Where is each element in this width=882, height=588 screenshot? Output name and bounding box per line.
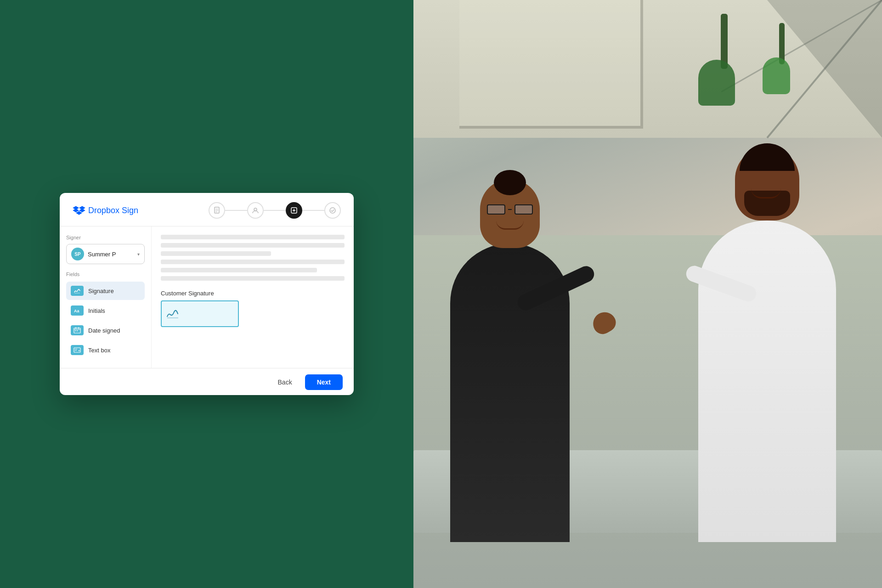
step-line-2 — [264, 210, 286, 211]
fields-label: Fields — [66, 271, 145, 277]
doc-line-2 — [161, 243, 345, 248]
window-header: Dropbox Sign — [60, 193, 354, 226]
photo-background — [413, 0, 882, 588]
svg-text:Aa: Aa — [74, 309, 79, 313]
svg-point-13 — [330, 208, 335, 213]
signature-field-label: Signature — [88, 288, 114, 294]
doc-line-1 — [161, 235, 345, 239]
step-finish — [324, 202, 341, 219]
step-document — [209, 202, 225, 219]
architectural-triangle — [721, 0, 882, 161]
left-panel: Dropbox Sign — [0, 0, 413, 588]
woman-figure — [450, 243, 570, 542]
signature-area-label: Customer Signature — [161, 290, 345, 297]
dropdown-arrow-icon: ▾ — [137, 252, 140, 257]
field-item-signature[interactable]: Signature — [66, 282, 145, 300]
window-body: Signer SP Summer P ▾ Fields Signatur — [60, 226, 354, 368]
logo-area: Dropbox Sign — [73, 205, 138, 215]
main-document-area: Customer Signature — [152, 226, 354, 368]
plant-2 — [774, 23, 790, 94]
next-button[interactable]: Next — [305, 374, 343, 390]
sidebar: Signer SP Summer P ▾ Fields Signatur — [60, 226, 152, 368]
plant-1 — [713, 14, 735, 106]
logo-text: Dropbox Sign — [88, 206, 138, 215]
dropbox-logo-icon — [73, 205, 85, 215]
signature-field-icon — [71, 286, 84, 296]
initials-field-icon: Aa — [71, 305, 84, 316]
right-panel — [413, 0, 882, 588]
field-item-text-box[interactable]: + Text box — [66, 341, 145, 359]
field-item-date-signed[interactable]: Date signed — [66, 321, 145, 339]
text-box-field-label: Text box — [88, 347, 110, 354]
initials-field-label: Initials — [88, 307, 105, 314]
doc-line-4 — [161, 260, 345, 264]
svg-rect-20 — [75, 330, 76, 331]
svg-text:+: + — [78, 349, 80, 352]
doc-line-6 — [161, 276, 345, 281]
man-figure — [698, 220, 836, 542]
progress-steps — [209, 202, 341, 219]
step-fields — [286, 202, 302, 219]
window-light — [459, 0, 643, 129]
app-window: Dropbox Sign — [60, 193, 354, 395]
signature-icon — [165, 307, 180, 320]
date-signed-field-icon — [71, 325, 84, 335]
step-line-3 — [302, 210, 324, 211]
signature-field[interactable] — [161, 300, 239, 327]
back-button[interactable]: Back — [271, 375, 299, 390]
doc-line-5 — [161, 268, 317, 272]
document-text-lines — [161, 235, 345, 281]
doc-line-3 — [161, 251, 271, 256]
step-signers — [247, 202, 264, 219]
step-line-1 — [225, 210, 247, 211]
date-signed-field-label: Date signed — [88, 327, 120, 334]
text-box-field-icon: + — [71, 345, 84, 355]
signer-dropdown[interactable]: SP Summer P ▾ — [66, 244, 145, 264]
svg-rect-21 — [77, 330, 78, 331]
signer-name: Summer P — [88, 251, 134, 258]
window-footer: Back Next — [60, 368, 354, 395]
signer-avatar: SP — [71, 248, 84, 260]
signer-label: Signer — [66, 235, 145, 240]
field-item-initials[interactable]: Aa Initials — [66, 301, 145, 320]
svg-point-9 — [254, 208, 257, 211]
